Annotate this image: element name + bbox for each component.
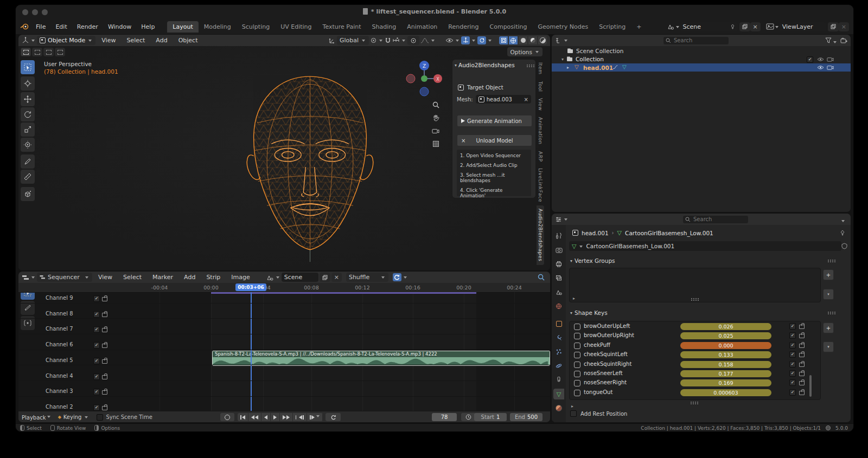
channel-mute-checkbox[interactable]: ✓ — [93, 358, 100, 364]
shape-key-row[interactable]: noseSneerRight0.169✓ — [570, 379, 820, 387]
unload-model-button[interactable]: × Unload Model — [457, 134, 532, 146]
sync-toggle[interactable] — [393, 273, 401, 281]
shape-key-lock-icon[interactable] — [799, 381, 805, 385]
sync-chevron-icon[interactable] — [404, 276, 407, 280]
breadcrumb-object[interactable]: head.001 — [582, 230, 609, 236]
sequencer-scene-field[interactable]: Scene — [282, 273, 318, 282]
show-overlays-toggle[interactable] — [477, 36, 486, 44]
pin-icon[interactable] — [730, 24, 735, 29]
shape-key-lock-icon[interactable] — [799, 391, 805, 395]
pivot-chevron-icon[interactable] — [379, 40, 382, 43]
expand-chevron-icon[interactable]: ▸ — [567, 65, 569, 70]
snap-magnet-icon[interactable] — [385, 37, 391, 44]
tool-measure[interactable] — [21, 170, 35, 184]
outliner-row-head001-selected[interactable]: ▸ ▽ head.001 ▽ — [552, 63, 851, 72]
gizmo-x-negative-axis[interactable] — [406, 74, 415, 83]
tool-move[interactable] — [21, 92, 35, 106]
tool-annotate[interactable] — [21, 154, 35, 169]
shape-key-row[interactable]: cheekSquintLeft0.133✓ — [570, 351, 820, 359]
clear-mesh-icon[interactable]: × — [524, 96, 528, 102]
workspace-tab-rendering[interactable]: Rendering — [443, 21, 484, 33]
timeline-ruler[interactable]: -00:04 00:00 00:04 00:08 00:12 00:16 00:… — [18, 283, 550, 293]
breadcrumb-data[interactable]: CartoonGirlBasemesh_Low.001 — [625, 230, 713, 236]
tab-render[interactable] — [553, 244, 564, 255]
channel-row[interactable]: Channel 8✓ — [18, 311, 550, 318]
shape-key-checkbox[interactable]: ✓ — [789, 361, 796, 367]
sequencer-menu-view[interactable]: View — [93, 272, 117, 282]
sequencer-menu-image[interactable]: Image — [226, 272, 254, 282]
shape-key-checkbox[interactable]: ✓ — [789, 389, 796, 396]
end-frame-field[interactable]: End500 — [510, 413, 542, 421]
filter-funnel-icon[interactable] — [825, 37, 832, 43]
pivot-point-icon[interactable] — [370, 37, 377, 44]
tab-particles[interactable] — [553, 346, 564, 357]
workspace-tab-scripting[interactable]: Scripting — [593, 21, 631, 33]
shape-key-lock-icon[interactable] — [799, 344, 805, 348]
new-view-layer-button[interactable] — [828, 22, 839, 31]
tab-material[interactable] — [553, 403, 564, 414]
snap-settings-icon[interactable] — [392, 37, 400, 44]
workspace-tab-uv-editing[interactable]: UV Editing — [275, 21, 317, 33]
orientation-selector[interactable]: Global — [337, 36, 369, 45]
gizmo-z-negative-axis[interactable] — [420, 87, 429, 96]
overlays-chevron-icon[interactable] — [488, 40, 492, 43]
editor-type-chevron-icon[interactable] — [31, 276, 35, 280]
workspace-tab-animation[interactable]: Animation — [401, 21, 443, 33]
properties-search-input[interactable] — [692, 216, 743, 223]
navigation-gizmo[interactable]: Z X — [405, 59, 444, 98]
select-extend-mode-button[interactable] — [32, 48, 42, 56]
zoom-view-button[interactable] — [430, 99, 442, 111]
sidebar-tab-tool[interactable]: Tool — [537, 78, 544, 95]
tool-scale[interactable] — [21, 122, 35, 137]
shape-key-value-slider[interactable]: 0.158 — [680, 361, 771, 368]
workspace-tab-shading[interactable]: Shading — [367, 21, 402, 33]
visibility-eye-icon[interactable] — [445, 37, 454, 43]
tool-rotate[interactable] — [21, 107, 35, 121]
vertex-group-specials-button[interactable]: ▾ — [823, 289, 834, 300]
shape-key-row[interactable]: cheekSquintRight0.158✓ — [570, 360, 820, 369]
sequencer-menu-strip[interactable]: Strip — [201, 272, 225, 282]
tab-constraints[interactable] — [553, 375, 564, 385]
shape-key-value-slider[interactable]: 0.000603 — [680, 389, 771, 396]
section-grip-handle[interactable] — [828, 312, 829, 313]
wireframe-head-mesh[interactable] — [233, 67, 387, 262]
shape-key-lock-icon[interactable] — [799, 334, 805, 338]
shape-key-value-slider[interactable]: 0.026 — [680, 323, 771, 330]
channel-row[interactable]: Channel 7✓ — [18, 326, 550, 333]
shape-key-value-slider[interactable]: 0.169 — [680, 379, 771, 386]
disable-render-camera-icon[interactable] — [827, 65, 834, 70]
generate-animation-button[interactable]: Generate Animation — [457, 115, 532, 127]
view-layer-icon[interactable] — [766, 23, 774, 30]
sidebar-tab-audio2blendshapes[interactable]: Audio2Blendshapes — [537, 205, 544, 265]
start-frame-field[interactable]: Start1 — [474, 413, 507, 421]
workspace-tab-layout[interactable]: Layout — [167, 21, 198, 33]
tool-add-cube[interactable] — [21, 187, 35, 201]
channel-lock-icon[interactable] — [102, 359, 107, 364]
channel-mute-checkbox[interactable]: ✓ — [93, 342, 100, 349]
remove-view-layer-button[interactable]: × — [839, 22, 849, 31]
panel-grip-handle[interactable] — [527, 64, 528, 66]
channel-lock-icon[interactable] — [102, 406, 107, 410]
viewport-menu-select[interactable]: Select — [122, 35, 150, 46]
shape-key-checkbox[interactable]: ✓ — [789, 323, 796, 330]
shading-rendered-button[interactable] — [538, 36, 547, 44]
viewport-menu-view[interactable]: View — [97, 35, 120, 46]
tool-cursor[interactable] — [21, 76, 35, 91]
tab-object[interactable] — [553, 318, 564, 329]
pan-view-button[interactable] — [430, 112, 442, 124]
editor-type-chevron-icon[interactable] — [564, 40, 567, 43]
add-vertex-group-button[interactable]: + — [823, 269, 834, 280]
sequencer-menu-select[interactable]: Select — [118, 272, 146, 282]
outliner-search-input[interactable] — [673, 37, 724, 44]
add-workspace-button[interactable]: + — [631, 21, 647, 33]
workspace-tab-compositing[interactable]: Compositing — [484, 21, 533, 33]
channel-row[interactable]: Channel 4✓ — [18, 373, 550, 380]
viewport-menu-add[interactable]: Add — [151, 35, 172, 46]
transform-orientation-icon[interactable] — [329, 37, 336, 44]
shape-keys-scrollbar[interactable] — [809, 375, 812, 397]
blender-logo-icon[interactable] — [20, 23, 29, 30]
properties-editor[interactable]: ▽ head.001 › ▽ CartoonGirlBasemesh_Low.0… — [552, 214, 851, 422]
editor-type-3d-viewport-icon[interactable] — [22, 37, 29, 44]
sidebar-tab-item[interactable]: Item — [537, 59, 544, 78]
shape-key-row[interactable]: browOuterUpLeft0.026✓ — [570, 322, 820, 331]
